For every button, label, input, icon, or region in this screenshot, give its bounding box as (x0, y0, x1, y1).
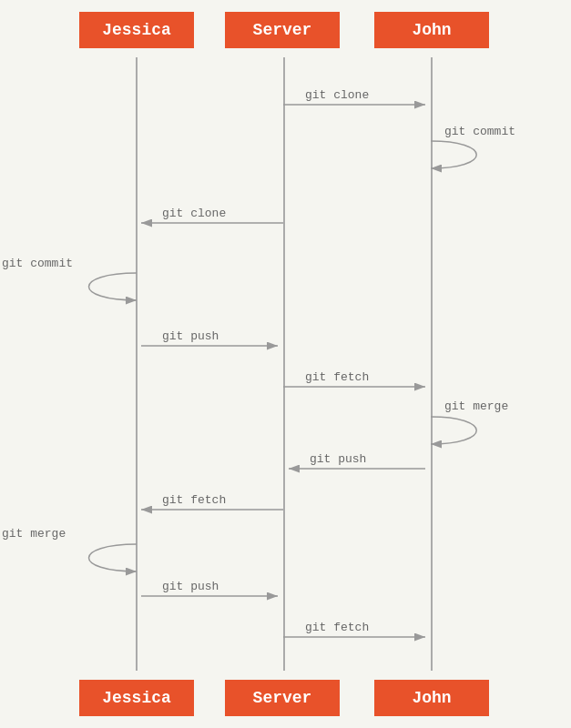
jessica-bottom: Jessica (79, 680, 194, 716)
label-git-commit-john: git commit (444, 125, 515, 138)
label-git-push-john: git push (310, 452, 366, 466)
server-top-label: Server (253, 21, 312, 39)
server-bottom-label: Server (253, 689, 312, 707)
server-top: Server (225, 12, 340, 48)
label-git-merge-john: git merge (444, 399, 508, 413)
label-git-fetch-john: git fetch (305, 370, 369, 384)
jessica-top: Jessica (79, 12, 194, 48)
label-git-push-jessica-2: git push (162, 580, 219, 593)
label-git-merge-jessica: git merge (2, 527, 66, 541)
john-top: John (374, 12, 489, 48)
server-bottom: Server (225, 680, 340, 716)
jessica-lifeline (136, 57, 138, 671)
john-bottom-label: John (412, 689, 451, 707)
arrow-git-commit-jessica (89, 273, 138, 300)
jessica-top-label: Jessica (102, 21, 171, 39)
john-bottom: John (374, 680, 489, 716)
sequence-diagram: git clone git commit git clone git commi… (0, 0, 571, 728)
john-lifeline (431, 57, 433, 671)
label-git-commit-jessica: git commit (2, 257, 73, 270)
server-lifeline (283, 57, 285, 671)
arrow-git-merge-john (431, 417, 476, 444)
jessica-bottom-label: Jessica (102, 689, 171, 707)
label-git-fetch-jessica: git fetch (162, 493, 226, 507)
label-git-clone-john: git clone (305, 88, 369, 102)
arrow-git-merge-jessica (89, 544, 138, 571)
label-git-push-jessica: git push (162, 329, 219, 343)
john-top-label: John (412, 21, 451, 39)
arrow-git-commit-john (431, 141, 476, 168)
label-git-clone-jessica: git clone (162, 207, 226, 220)
label-git-fetch-john-2: git fetch (305, 621, 369, 634)
